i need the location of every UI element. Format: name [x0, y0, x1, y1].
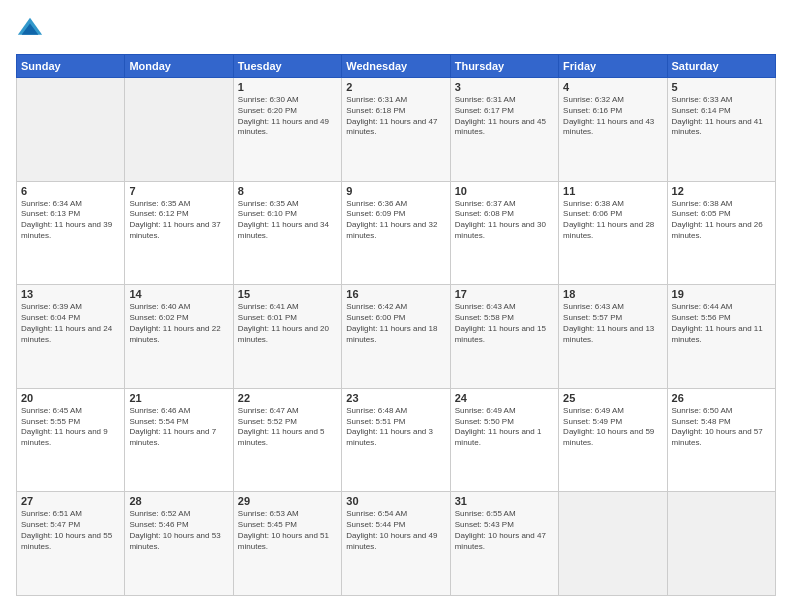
day-number: 27 [21, 495, 120, 507]
calendar-cell: 1Sunrise: 6:30 AM Sunset: 6:20 PM Daylig… [233, 78, 341, 182]
calendar-cell [667, 492, 775, 596]
weekday-header-friday: Friday [559, 55, 667, 78]
day-number: 20 [21, 392, 120, 404]
day-info: Sunrise: 6:42 AM Sunset: 6:00 PM Dayligh… [346, 302, 445, 345]
day-info: Sunrise: 6:32 AM Sunset: 6:16 PM Dayligh… [563, 95, 662, 138]
day-info: Sunrise: 6:35 AM Sunset: 6:12 PM Dayligh… [129, 199, 228, 242]
calendar-cell: 14Sunrise: 6:40 AM Sunset: 6:02 PM Dayli… [125, 285, 233, 389]
day-info: Sunrise: 6:44 AM Sunset: 5:56 PM Dayligh… [672, 302, 771, 345]
day-info: Sunrise: 6:55 AM Sunset: 5:43 PM Dayligh… [455, 509, 554, 552]
calendar-cell: 30Sunrise: 6:54 AM Sunset: 5:44 PM Dayli… [342, 492, 450, 596]
day-number: 22 [238, 392, 337, 404]
day-info: Sunrise: 6:33 AM Sunset: 6:14 PM Dayligh… [672, 95, 771, 138]
day-number: 7 [129, 185, 228, 197]
calendar-week-2: 6Sunrise: 6:34 AM Sunset: 6:13 PM Daylig… [17, 181, 776, 285]
calendar-cell: 20Sunrise: 6:45 AM Sunset: 5:55 PM Dayli… [17, 388, 125, 492]
calendar-cell: 31Sunrise: 6:55 AM Sunset: 5:43 PM Dayli… [450, 492, 558, 596]
calendar-cell: 11Sunrise: 6:38 AM Sunset: 6:06 PM Dayli… [559, 181, 667, 285]
day-info: Sunrise: 6:41 AM Sunset: 6:01 PM Dayligh… [238, 302, 337, 345]
day-number: 9 [346, 185, 445, 197]
day-info: Sunrise: 6:49 AM Sunset: 5:49 PM Dayligh… [563, 406, 662, 449]
day-info: Sunrise: 6:51 AM Sunset: 5:47 PM Dayligh… [21, 509, 120, 552]
day-info: Sunrise: 6:34 AM Sunset: 6:13 PM Dayligh… [21, 199, 120, 242]
page: SundayMondayTuesdayWednesdayThursdayFrid… [0, 0, 792, 612]
calendar-cell: 19Sunrise: 6:44 AM Sunset: 5:56 PM Dayli… [667, 285, 775, 389]
calendar-cell: 27Sunrise: 6:51 AM Sunset: 5:47 PM Dayli… [17, 492, 125, 596]
calendar-cell: 9Sunrise: 6:36 AM Sunset: 6:09 PM Daylig… [342, 181, 450, 285]
day-number: 26 [672, 392, 771, 404]
calendar-header-row: SundayMondayTuesdayWednesdayThursdayFrid… [17, 55, 776, 78]
day-number: 14 [129, 288, 228, 300]
header [16, 16, 776, 44]
day-number: 15 [238, 288, 337, 300]
day-number: 31 [455, 495, 554, 507]
day-info: Sunrise: 6:54 AM Sunset: 5:44 PM Dayligh… [346, 509, 445, 552]
calendar-cell: 6Sunrise: 6:34 AM Sunset: 6:13 PM Daylig… [17, 181, 125, 285]
day-number: 11 [563, 185, 662, 197]
calendar-cell: 2Sunrise: 6:31 AM Sunset: 6:18 PM Daylig… [342, 78, 450, 182]
weekday-header-monday: Monday [125, 55, 233, 78]
day-info: Sunrise: 6:50 AM Sunset: 5:48 PM Dayligh… [672, 406, 771, 449]
day-number: 5 [672, 81, 771, 93]
day-info: Sunrise: 6:35 AM Sunset: 6:10 PM Dayligh… [238, 199, 337, 242]
day-info: Sunrise: 6:47 AM Sunset: 5:52 PM Dayligh… [238, 406, 337, 449]
day-info: Sunrise: 6:31 AM Sunset: 6:18 PM Dayligh… [346, 95, 445, 138]
day-info: Sunrise: 6:36 AM Sunset: 6:09 PM Dayligh… [346, 199, 445, 242]
day-number: 12 [672, 185, 771, 197]
day-info: Sunrise: 6:43 AM Sunset: 5:57 PM Dayligh… [563, 302, 662, 345]
day-info: Sunrise: 6:48 AM Sunset: 5:51 PM Dayligh… [346, 406, 445, 449]
day-info: Sunrise: 6:38 AM Sunset: 6:05 PM Dayligh… [672, 199, 771, 242]
logo-icon [16, 16, 44, 44]
day-number: 30 [346, 495, 445, 507]
calendar-cell: 28Sunrise: 6:52 AM Sunset: 5:46 PM Dayli… [125, 492, 233, 596]
calendar-cell [125, 78, 233, 182]
day-number: 18 [563, 288, 662, 300]
day-info: Sunrise: 6:30 AM Sunset: 6:20 PM Dayligh… [238, 95, 337, 138]
day-number: 24 [455, 392, 554, 404]
day-number: 4 [563, 81, 662, 93]
calendar-table: SundayMondayTuesdayWednesdayThursdayFrid… [16, 54, 776, 596]
day-number: 29 [238, 495, 337, 507]
day-number: 13 [21, 288, 120, 300]
day-number: 8 [238, 185, 337, 197]
calendar-cell: 7Sunrise: 6:35 AM Sunset: 6:12 PM Daylig… [125, 181, 233, 285]
calendar-week-3: 13Sunrise: 6:39 AM Sunset: 6:04 PM Dayli… [17, 285, 776, 389]
calendar-week-5: 27Sunrise: 6:51 AM Sunset: 5:47 PM Dayli… [17, 492, 776, 596]
day-number: 25 [563, 392, 662, 404]
logo [16, 16, 48, 44]
calendar-cell: 3Sunrise: 6:31 AM Sunset: 6:17 PM Daylig… [450, 78, 558, 182]
day-number: 28 [129, 495, 228, 507]
day-info: Sunrise: 6:38 AM Sunset: 6:06 PM Dayligh… [563, 199, 662, 242]
calendar-cell [17, 78, 125, 182]
day-info: Sunrise: 6:43 AM Sunset: 5:58 PM Dayligh… [455, 302, 554, 345]
day-number: 1 [238, 81, 337, 93]
calendar-week-1: 1Sunrise: 6:30 AM Sunset: 6:20 PM Daylig… [17, 78, 776, 182]
weekday-header-tuesday: Tuesday [233, 55, 341, 78]
calendar-cell: 18Sunrise: 6:43 AM Sunset: 5:57 PM Dayli… [559, 285, 667, 389]
weekday-header-saturday: Saturday [667, 55, 775, 78]
day-info: Sunrise: 6:49 AM Sunset: 5:50 PM Dayligh… [455, 406, 554, 449]
calendar-cell: 5Sunrise: 6:33 AM Sunset: 6:14 PM Daylig… [667, 78, 775, 182]
weekday-header-wednesday: Wednesday [342, 55, 450, 78]
day-number: 19 [672, 288, 771, 300]
calendar-week-4: 20Sunrise: 6:45 AM Sunset: 5:55 PM Dayli… [17, 388, 776, 492]
calendar-cell: 29Sunrise: 6:53 AM Sunset: 5:45 PM Dayli… [233, 492, 341, 596]
calendar-cell: 22Sunrise: 6:47 AM Sunset: 5:52 PM Dayli… [233, 388, 341, 492]
calendar-cell: 12Sunrise: 6:38 AM Sunset: 6:05 PM Dayli… [667, 181, 775, 285]
day-info: Sunrise: 6:53 AM Sunset: 5:45 PM Dayligh… [238, 509, 337, 552]
day-info: Sunrise: 6:31 AM Sunset: 6:17 PM Dayligh… [455, 95, 554, 138]
day-info: Sunrise: 6:45 AM Sunset: 5:55 PM Dayligh… [21, 406, 120, 449]
calendar-cell: 13Sunrise: 6:39 AM Sunset: 6:04 PM Dayli… [17, 285, 125, 389]
day-number: 2 [346, 81, 445, 93]
day-number: 21 [129, 392, 228, 404]
calendar-cell: 24Sunrise: 6:49 AM Sunset: 5:50 PM Dayli… [450, 388, 558, 492]
calendar-cell: 26Sunrise: 6:50 AM Sunset: 5:48 PM Dayli… [667, 388, 775, 492]
calendar-cell: 15Sunrise: 6:41 AM Sunset: 6:01 PM Dayli… [233, 285, 341, 389]
day-info: Sunrise: 6:39 AM Sunset: 6:04 PM Dayligh… [21, 302, 120, 345]
day-number: 6 [21, 185, 120, 197]
calendar-cell: 25Sunrise: 6:49 AM Sunset: 5:49 PM Dayli… [559, 388, 667, 492]
calendar-cell: 16Sunrise: 6:42 AM Sunset: 6:00 PM Dayli… [342, 285, 450, 389]
calendar-cell: 8Sunrise: 6:35 AM Sunset: 6:10 PM Daylig… [233, 181, 341, 285]
weekday-header-thursday: Thursday [450, 55, 558, 78]
day-number: 3 [455, 81, 554, 93]
